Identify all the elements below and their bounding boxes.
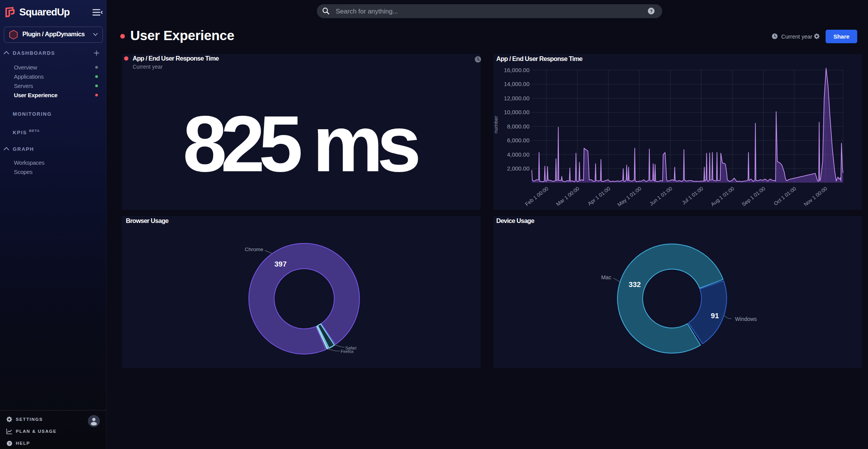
svg-text:Mar 1 00:00: Mar 1 00:00 <box>555 186 580 207</box>
svg-text:332: 332 <box>629 280 641 289</box>
svg-text:2,000.00: 2,000.00 <box>507 165 530 172</box>
svg-text:Firefox: Firefox <box>341 349 354 354</box>
svg-text:16,000.00: 16,000.00 <box>504 67 529 73</box>
svg-text:12,000.00: 12,000.00 <box>504 95 529 101</box>
svg-text:?: ? <box>8 442 11 446</box>
svg-text:Sep 1 01:00: Sep 1 01:00 <box>741 186 766 207</box>
svg-text:number: number <box>493 116 499 133</box>
svg-text:397: 397 <box>274 260 287 268</box>
svg-text:Nov 1 00:00: Nov 1 00:00 <box>803 186 828 207</box>
svg-text:14,000.00: 14,000.00 <box>504 81 529 87</box>
svg-text:91: 91 <box>711 312 719 320</box>
svg-text:Oct 1 01:00: Oct 1 01:00 <box>773 186 797 207</box>
svg-text:4,000.00: 4,000.00 <box>507 151 530 158</box>
svg-text:Apr 1 01:00: Apr 1 01:00 <box>587 186 611 207</box>
svg-text:6,000.00: 6,000.00 <box>507 137 530 143</box>
svg-text:?: ? <box>650 8 653 14</box>
svg-text:8,000.00: 8,000.00 <box>507 123 530 130</box>
svg-text:May 1 01:00: May 1 01:00 <box>616 186 643 208</box>
svg-text:Aug 1 01:00: Aug 1 01:00 <box>710 186 735 207</box>
svg-text:Chrome: Chrome <box>245 246 263 252</box>
svg-text:Windows: Windows <box>735 316 757 322</box>
svg-text:Jul 1 01:00: Jul 1 01:00 <box>681 186 704 206</box>
svg-text:Mac: Mac <box>601 274 611 280</box>
svg-text:10,000.00: 10,000.00 <box>504 109 529 115</box>
svg-text:Jun 1 01:00: Jun 1 01:00 <box>648 186 673 207</box>
svg-text:Feb 1 00:00: Feb 1 00:00 <box>524 186 550 207</box>
